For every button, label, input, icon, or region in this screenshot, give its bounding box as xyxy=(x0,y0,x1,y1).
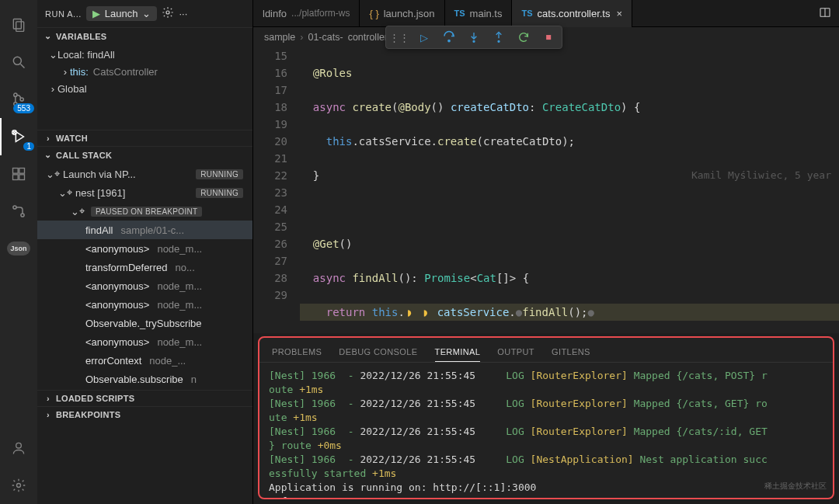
chevron-down-icon: ⌄ xyxy=(44,31,53,41)
breadcrumb[interactable]: sample› 01-cats- ⋮⋮ ▷ ■ controller.ts› ⬡… xyxy=(253,27,839,47)
callstack-thread[interactable]: ⌄⌖PAUSED ON BREAKPOINT xyxy=(37,202,252,221)
callstack-process[interactable]: ⌄⌖nest [1961]RUNNING xyxy=(37,183,252,202)
callstack-frame[interactable]: <anonymous>node_m... xyxy=(37,332,252,351)
svg-point-19 xyxy=(448,40,450,41)
debug-badge: 1 xyxy=(23,142,34,151)
editor-tabs: ldinfo.../platform-ws { }launch.json TSm… xyxy=(253,0,839,27)
launch-config-dropdown[interactable]: ▶ Launch ⌄ xyxy=(86,6,158,21)
svg-rect-10 xyxy=(19,175,25,180)
svg-line-3 xyxy=(21,64,25,68)
settings-gear-icon[interactable] xyxy=(0,467,37,504)
step-over-icon[interactable] xyxy=(440,29,458,46)
tab-terminal[interactable]: TERMINAL xyxy=(435,342,481,362)
svg-rect-1 xyxy=(16,22,24,32)
callstack-frame[interactable]: <anonymous>node_m... xyxy=(37,276,252,295)
scm-icon[interactable]: 553 xyxy=(0,81,37,118)
explorer-icon[interactable] xyxy=(0,6,37,43)
extensions-icon[interactable] xyxy=(0,155,37,193)
restart-icon[interactable] xyxy=(515,29,532,46)
debug-header: RUN A... ▶ Launch ⌄ ··· xyxy=(37,0,252,27)
account-icon[interactable] xyxy=(0,429,37,467)
svg-point-21 xyxy=(473,40,475,42)
ts-icon: TS xyxy=(454,9,465,18)
code-content[interactable]: @Roles async create(@Body() createCatDto… xyxy=(300,47,839,333)
callstack-frame[interactable]: errorContextnode_... xyxy=(37,351,252,370)
ts-icon: TS xyxy=(521,9,532,18)
svg-point-15 xyxy=(17,484,21,488)
svg-point-12 xyxy=(13,206,16,209)
panel-tabs: PROBLEMS DEBUG CONSOLE TERMINAL OUTPUT G… xyxy=(259,338,833,363)
continue-icon[interactable]: ▷ xyxy=(416,29,433,46)
split-editor-icon[interactable] xyxy=(811,6,839,21)
bug-icon: ⌖ xyxy=(79,205,85,217)
tab-debug-console[interactable]: DEBUG CONSOLE xyxy=(339,342,417,362)
tab-output[interactable]: OUTPUT xyxy=(497,342,534,362)
tab-launch-json[interactable]: { }launch.json xyxy=(360,0,444,27)
bottom-panel: PROBLEMS DEBUG CONSOLE TERMINAL OUTPUT G… xyxy=(258,336,834,499)
callstack-section[interactable]: ⌄CALL STACK xyxy=(37,147,252,163)
search-icon[interactable] xyxy=(0,43,37,81)
debug-sidebar: RUN A... ▶ Launch ⌄ ··· ⌄VARIABLES ⌄Loca… xyxy=(37,0,253,504)
callstack-session[interactable]: ⌄⌖Launch via NP...RUNNING xyxy=(37,165,252,183)
tab-gitlens[interactable]: GITLENS xyxy=(552,342,590,362)
activity-bar: 553 1 Json xyxy=(0,0,37,504)
breakpoints-section[interactable]: ›BREAKPOINTS xyxy=(37,407,252,422)
variables-this[interactable]: ›this:CatsController xyxy=(37,63,252,80)
variables-scope-global[interactable]: ›Global xyxy=(37,80,252,97)
svg-point-2 xyxy=(13,57,21,64)
callstack-frame[interactable]: findAllsample/01-c... xyxy=(37,221,252,239)
svg-rect-8 xyxy=(13,169,19,174)
drag-handle-icon[interactable]: ⋮⋮ xyxy=(391,29,408,46)
gear-icon[interactable] xyxy=(162,6,174,21)
callstack-frame[interactable]: Observable._trySubscribe xyxy=(37,314,252,332)
loaded-scripts-section[interactable]: ›LOADED SCRIPTS xyxy=(37,391,252,406)
stop-icon[interactable]: ■ xyxy=(540,29,557,46)
git-blame-annotation: Kamil Myśliwiec, 5 year xyxy=(691,167,831,184)
chevron-right-icon: › xyxy=(44,134,53,143)
play-icon: ▶ xyxy=(92,8,100,19)
debug-icon[interactable]: 1 xyxy=(0,118,37,155)
svg-point-13 xyxy=(21,214,24,217)
chevron-right-icon: › xyxy=(44,410,53,419)
variables-scope-local[interactable]: ⌄Local: findAll xyxy=(37,46,252,63)
svg-point-16 xyxy=(166,11,169,14)
svg-rect-11 xyxy=(19,169,25,174)
tab-cats-controller[interactable]: TScats.controller.ts× xyxy=(512,0,632,27)
scm-badge: 553 xyxy=(13,103,34,113)
more-icon[interactable]: ··· xyxy=(179,8,187,19)
callstack-frame[interactable]: <anonymous>node_m... xyxy=(37,295,252,314)
step-into-icon[interactable] xyxy=(465,29,482,46)
tab-problems[interactable]: PROBLEMS xyxy=(272,342,322,362)
run-and-debug-title: RUN A... xyxy=(45,9,82,19)
watch-section[interactable]: ›WATCH xyxy=(37,130,252,146)
step-target-icon[interactable]: ◗ xyxy=(423,306,429,318)
watermark: 稀土掘金技术社区 xyxy=(764,481,827,492)
callstack-frame[interactable]: Observable.subscriben xyxy=(37,370,252,388)
json-icon[interactable]: Json xyxy=(0,230,37,267)
tab-ldinfo[interactable]: ldinfo.../platform-ws xyxy=(253,0,360,27)
remote-icon[interactable] xyxy=(0,193,37,230)
close-icon[interactable]: × xyxy=(616,8,622,19)
svg-point-14 xyxy=(16,443,22,448)
chevron-down-icon: ⌄ xyxy=(44,150,53,160)
line-gutter: 15 16 17 18 19 20 21 22 23 24 25 26 27 2… xyxy=(253,47,300,333)
callstack-frame[interactable]: transformDeferredno... xyxy=(37,258,252,276)
svg-rect-0 xyxy=(13,19,21,30)
braces-icon: { } xyxy=(369,8,378,19)
svg-point-23 xyxy=(498,40,500,42)
variables-section[interactable]: ⌄VARIABLES xyxy=(37,28,252,44)
tab-main-ts[interactable]: TSmain.ts xyxy=(445,0,513,27)
bug-icon: ⌖ xyxy=(67,186,72,199)
bug-icon: ⌖ xyxy=(54,168,60,180)
editor-group: ldinfo.../platform-ws { }launch.json TSm… xyxy=(253,0,839,504)
callstack-frame[interactable]: <anonymous>node_m... xyxy=(37,239,252,258)
step-out-icon[interactable] xyxy=(490,29,507,46)
debug-toolbar: ⋮⋮ ▷ ■ xyxy=(385,26,562,49)
chevron-down-icon: ⌄ xyxy=(142,8,151,19)
code-editor[interactable]: 15 16 17 18 19 20 21 22 23 24 25 26 27 2… xyxy=(253,47,839,333)
svg-rect-9 xyxy=(13,175,19,180)
chevron-right-icon: › xyxy=(44,394,53,403)
svg-point-4 xyxy=(14,93,17,96)
step-target-icon[interactable]: ◗ xyxy=(406,306,413,318)
terminal-output[interactable]: [Nest] 1966 - 2022/12/26 21:55:45 LOG [R… xyxy=(259,363,833,498)
